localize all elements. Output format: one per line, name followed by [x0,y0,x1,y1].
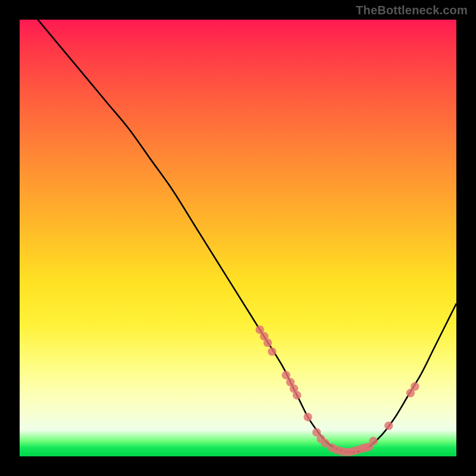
curve-line [20,20,456,452]
plot-overlay-svg [20,20,456,456]
data-marker [264,339,272,347]
chart-container: TheBottleneck.com [0,0,476,476]
plot-area [20,20,456,456]
data-marker [369,437,377,445]
attribution-label: TheBottleneck.com [356,4,468,17]
data-marker [293,391,301,399]
data-marker [268,347,276,356]
data-marker [384,421,393,430]
data-marker [411,382,419,390]
data-markers [256,325,419,456]
data-marker [303,413,312,421]
